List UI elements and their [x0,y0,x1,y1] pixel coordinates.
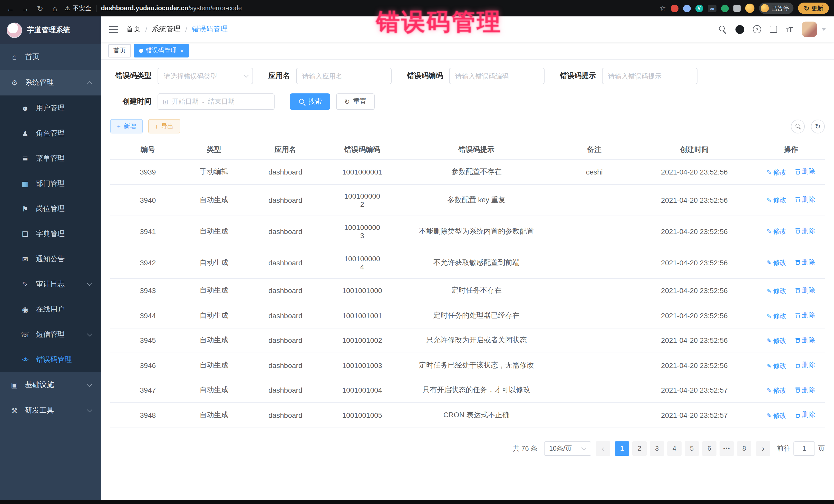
delete-button[interactable]: 删除 [796,226,815,236]
export-button[interactable]: ↓ 导出 [148,119,180,133]
tag-error-codes[interactable]: 错误码管理 × [134,44,189,57]
bookmark-star-icon[interactable]: ☆ [659,4,666,12]
sidebar-item-infrastructure[interactable]: ▣ 基础设施 [0,372,101,398]
pagination-page-button[interactable]: 1 [615,441,629,456]
sidebar-item-departments[interactable]: ▦ 部门管理 [0,171,101,196]
sidebar-item-menus[interactable]: ≣ 菜单管理 [0,146,101,171]
edit-button[interactable]: ✎ 修改 [767,311,787,321]
cell-type: 自动生成 [185,184,242,216]
navbar-actions [719,22,826,37]
sidebar-item-system[interactable]: ⚙ 系统管理 [0,70,101,95]
extension-icon-green[interactable] [721,4,728,12]
browser-back-icon[interactable]: ← [5,4,15,12]
browser-profile-avatar[interactable] [745,4,754,13]
pagination-page-button[interactable]: 4 [667,441,682,456]
delete-button[interactable]: 删除 [796,195,815,204]
hamburger-icon[interactable] [109,26,118,32]
plus-icon: + [117,123,120,130]
browser-reload-icon[interactable]: ↻ [35,4,45,12]
add-button[interactable]: + 新增 [110,119,143,133]
sidebar-item-devtools[interactable]: ⚒ 研发工具 [0,398,101,423]
error-message-input[interactable] [602,68,698,84]
extension-icon-on[interactable]: on [707,4,716,12]
edit-button[interactable]: ✎ 修改 [767,361,787,370]
font-size-icon[interactable] [786,26,793,33]
cell-remark [557,378,632,403]
sidebar-item-error-codes[interactable]: </> 错误码管理 [0,347,101,372]
search-icon [795,124,800,129]
edit-button[interactable]: ✎ 修改 [767,168,787,177]
user-avatar[interactable] [802,22,817,37]
github-icon[interactable] [736,25,744,34]
pagination-prev-button[interactable]: ‹ [596,441,610,456]
avatar-caret-down-icon[interactable] [822,28,826,30]
edit-label: 修改 [773,227,787,236]
sidebar-item-users[interactable]: ☻ 用户管理 [0,95,101,120]
browser-update-button[interactable]: ↻ 更新 [798,3,829,14]
pagination-next-button[interactable]: › [756,441,770,456]
table-toolbar: + 新增 ↓ 导出 ↻ [110,119,825,133]
sidebar-item-roles[interactable]: ♟ 角色管理 [0,120,101,146]
sidebar-item-label: 首页 [25,52,40,62]
delete-button[interactable]: 删除 [796,360,815,370]
delete-button[interactable]: 删除 [796,167,815,176]
pagination-page-button[interactable]: 2 [632,441,647,456]
sidebar-item-online-users[interactable]: ◉ 在线用户 [0,297,101,322]
search-icon[interactable] [719,25,727,34]
browser-home-icon[interactable]: ⌂ [50,4,60,12]
delete-button[interactable]: 删除 [796,335,815,345]
app-name-input[interactable] [296,68,392,84]
delete-button[interactable]: 删除 [796,258,815,267]
tag-home[interactable]: 首页 [108,44,131,57]
error-code-type-select[interactable] [158,68,253,84]
edit-button[interactable]: ✎ 修改 [767,286,787,295]
update-label: 更新 [811,4,823,12]
edit-button[interactable]: ✎ 修改 [767,336,787,345]
trash-icon [796,169,800,174]
trash-icon [796,412,800,418]
extension-icon-red[interactable] [671,4,678,12]
breadcrumb-system[interactable]: 系统管理 [152,25,181,34]
fullscreen-icon[interactable] [770,26,777,33]
pagination-page-button[interactable]: 6 [702,441,717,456]
table-row: 3945 自动生成 dashboard 1001001002 只允许修改为开启或… [110,328,825,353]
sidebar-item-dictionary[interactable]: ❏ 字典管理 [0,221,101,246]
table-search-toggle-button[interactable] [791,119,805,133]
sidebar-item-sms[interactable]: ☏ 短信管理 [0,322,101,347]
delete-button[interactable]: 删除 [796,385,815,394]
edit-button[interactable]: ✎ 修改 [767,196,787,205]
delete-button[interactable]: 删除 [796,410,815,419]
edit-button[interactable]: ✎ 修改 [767,386,787,395]
sidebar-item-audit-log[interactable]: ✎ 审计日志 [0,271,101,297]
profile-paused-badge[interactable]: 已暂停 [759,3,793,14]
goto-page-input[interactable] [793,441,815,456]
sidebar-item-home[interactable]: ⌂ 首页 [0,44,101,70]
divider [96,4,96,12]
edit-button[interactable]: ✎ 修改 [767,258,787,268]
pagination-more-button[interactable]: ••• [720,441,734,456]
extensions-puzzle-icon[interactable] [733,5,740,12]
sidebar-item-notices[interactable]: ✉ 通知公告 [0,246,101,271]
edit-button[interactable]: ✎ 修改 [767,227,787,236]
breadcrumb-home[interactable]: 首页 [126,25,140,34]
error-code-input[interactable] [449,68,545,84]
security-chip[interactable]: ⚠ 不安全 [65,4,91,13]
pagination-page-button[interactable]: 3 [650,441,664,456]
pagination-page-button[interactable]: 5 [685,441,699,456]
delete-button[interactable]: 删除 [796,286,815,295]
delete-button[interactable]: 删除 [796,310,815,320]
extension-icon-blue[interactable] [683,4,690,12]
pagination-page-button[interactable]: 8 [737,441,751,456]
sidebar-item-posts[interactable]: ⚑ 岗位管理 [0,196,101,221]
edit-button[interactable]: ✎ 修改 [767,411,787,420]
reset-button[interactable]: ↻ 重置 [336,93,375,110]
browser-forward-icon[interactable]: → [20,4,30,12]
address-bar[interactable]: dashboard.yudao.iocoder.cn/system/error-… [101,5,242,12]
date-range-picker[interactable]: ⊞ 开始日期 - 结束日期 [158,93,275,110]
tag-close-icon[interactable]: × [180,47,184,53]
table-refresh-button[interactable]: ↻ [811,119,825,133]
page-size-select[interactable]: 10条/页 [544,441,591,456]
help-icon[interactable] [753,25,761,34]
extension-icon-v[interactable]: V [695,4,703,12]
search-button[interactable]: 搜索 [290,93,330,110]
